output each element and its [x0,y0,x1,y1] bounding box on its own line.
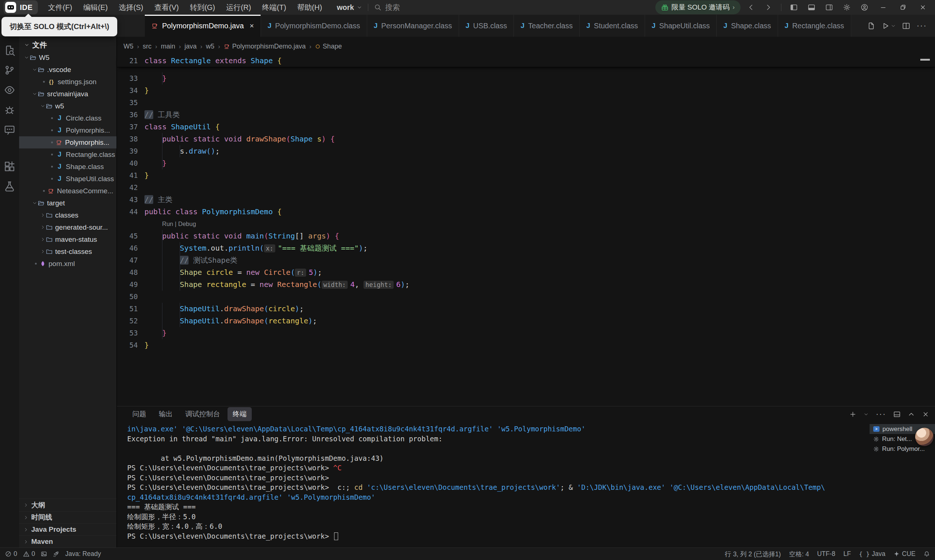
menu-item[interactable]: 终端(T) [258,1,291,14]
tree-item[interactable]: target [19,197,117,209]
statusbar-item-0[interactable]: 0 [5,550,17,558]
tree-item[interactable]: JPolymorphis... [19,124,117,136]
sidebar-section-java-projects[interactable]: Java Projects [19,523,117,535]
panel-tab[interactable]: 输出 [154,407,178,421]
panel-more-icon[interactable]: ··· [876,409,886,419]
editor-tab[interactable]: JUSB.class [459,15,514,37]
breadcrumb-item[interactable]: Shape [315,43,342,50]
code-line[interactable]: 51 ShapeUtil.drawShape(circle); [117,303,935,315]
tree-item[interactable]: maven-status [19,233,117,245]
code-line[interactable]: 47 // 测试Shape类 [117,254,935,266]
code-line[interactable]: 34} [117,85,935,97]
menu-item[interactable]: 选择(S) [114,1,148,14]
run-file-icon[interactable] [882,22,889,30]
chevron-down-icon[interactable] [864,412,869,417]
code-line[interactable]: 35 [117,97,935,109]
bug-icon[interactable] [4,105,15,115]
breadcrumb-item[interactable]: W5 [123,43,134,50]
code-line[interactable]: 49 Shape rectangle = new Rectangle(width… [117,278,935,291]
menu-item[interactable]: 查看(V) [150,1,183,14]
statusbar-item-UTF-8[interactable]: UTF-8 [817,550,835,558]
editor-tab[interactable]: JPolymorphismDemo.class [261,15,367,37]
nav-back-button[interactable] [744,1,758,14]
editor-tab[interactable]: JPersonManager.class [367,15,459,37]
close-panel-icon[interactable] [922,411,929,418]
breadcrumb-item[interactable]: main [161,43,175,50]
minimize-button[interactable] [875,0,892,14]
more-actions-icon[interactable]: ··· [917,21,927,31]
menu-item[interactable]: 帮助(H) [293,1,327,14]
code-line[interactable]: 45 public static void main(String[] args… [117,230,935,242]
chat-icon[interactable] [4,124,15,135]
workspace-switcher[interactable]: work [337,3,362,12]
search-files-icon[interactable] [4,45,15,56]
toggle-secondary-sidebar-button[interactable] [822,1,837,14]
git-icon[interactable] [4,65,15,76]
tree-item[interactable]: Polymorphis... [19,136,117,148]
settings-button[interactable] [840,1,854,14]
tree-item[interactable]: JCircle.class [19,112,117,124]
tree-item[interactable]: JShape.class [19,161,117,173]
split-editor-icon[interactable] [902,22,910,30]
statusbar-item-Java: Ready[interactable]: Java: Ready [65,550,101,558]
breadcrumb-item[interactable]: src [143,43,151,50]
tree-item[interactable]: NeteaseComme... [19,185,117,197]
statusbar-item-bell[interactable] [924,551,930,557]
toggle-panel-button[interactable] [804,1,819,14]
tree-item[interactable]: W5 [19,51,117,63]
editor-tab[interactable]: PolymorphismDemo.java× [145,15,261,37]
code-line[interactable]: 43// 主类 [117,194,935,206]
codelens-line[interactable]: Run | Debug [117,218,935,230]
breadcrumb-item[interactable]: java [185,43,197,50]
code-line[interactable]: 48 Shape circle = new Circle(r:5); [117,266,935,278]
beaker-icon[interactable] [4,181,15,192]
panel-tab[interactable]: 问题 [127,407,151,421]
restore-button[interactable] [895,0,912,14]
code-line[interactable]: 54} [117,339,935,351]
menu-item[interactable]: 文件(F) [44,1,77,14]
tree-item[interactable]: test-classes [19,245,117,258]
code-line[interactable]: 40 } [117,157,935,169]
tree-item[interactable]: generated-sour... [19,221,117,233]
breadcrumb-item[interactable]: PolymorphismDemo.java [224,43,306,50]
menu-item[interactable]: 运行(R) [221,1,255,14]
close-button[interactable] [914,0,931,14]
code-line[interactable]: 44public class PolymorphismDemo { [117,206,935,218]
global-search[interactable]: 搜索 [374,3,400,12]
terminal-output[interactable]: in\java.exe' '@C:\Users\eleven\AppData\L… [117,422,935,541]
tree-item[interactable]: {}settings.json [19,76,117,88]
code-line[interactable]: 52 ShapeUtil.drawShape(rectangle); [117,315,935,327]
explorer-section-header[interactable]: 文件 [19,38,117,51]
code-line[interactable]: 41} [117,169,935,182]
code-line[interactable]: 36// 工具类 [117,109,935,121]
statusbar-item-Java[interactable]: { }Java [859,550,886,558]
panel-tab[interactable]: 终端 [228,407,252,421]
editor-tab[interactable]: JTeacher.class [514,15,580,37]
code-line[interactable]: 50 [117,291,935,303]
tree-item[interactable]: pom.xml [19,258,117,270]
editor-tab[interactable]: JShapeUtil.class [645,15,717,37]
sidebar-section-maven[interactable]: Maven [19,535,117,548]
editor-tab[interactable]: JRectangle.class [778,15,851,37]
nav-forward-button[interactable] [761,1,776,14]
code-line[interactable]: 37class ShapeUtil { [117,121,935,133]
code-line[interactable]: 38 public static void drawShape(Shape s)… [117,133,935,145]
sidebar-section-大纲[interactable]: 大纲 [19,499,117,511]
statusbar-item-image[interactable] [41,551,47,557]
code-line[interactable]: 39 s.draw(); [117,145,935,157]
statusbar-item-LF[interactable]: LF [843,550,851,558]
code-line[interactable]: 53 } [117,327,935,339]
sidebar-section-时间线[interactable]: 时间线 [19,511,117,523]
panel-layout-icon[interactable] [893,411,900,418]
code-line[interactable]: 46 System.out.println(x:"=== 基础题测试 ===")… [117,242,935,254]
maximize-panel-icon[interactable] [908,411,915,418]
tree-item[interactable]: w5 [19,100,117,112]
tree-item[interactable]: .vscode [19,63,117,76]
statusbar-item-行 3, 列 2 (已选择1)[interactable]: 行 3, 列 2 (已选择1) [725,550,781,558]
editor-tab[interactable]: JStudent.class [580,15,645,37]
tree-item[interactable]: JShapeUtil.class [19,173,117,185]
code-line[interactable]: 42 [117,182,935,194]
new-file-icon[interactable] [867,22,875,30]
eye-icon[interactable] [4,85,15,95]
editor-tab[interactable]: JShape.class [717,15,778,37]
